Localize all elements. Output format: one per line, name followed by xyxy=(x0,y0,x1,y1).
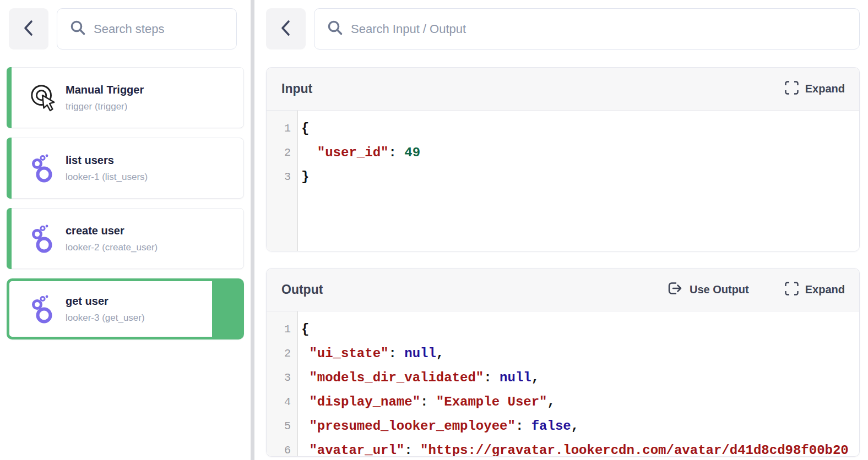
input-section-header: Input Expand xyxy=(267,68,859,111)
step-card-get-user[interactable]: get user looker-3 (get_user) xyxy=(7,278,244,339)
steps-panel: Manual Trigger trigger (trigger) list us… xyxy=(0,0,251,460)
manual-trigger-icon xyxy=(27,82,60,114)
chevron-left-icon xyxy=(279,20,292,38)
step-subtitle: looker-2 (create_user) xyxy=(66,242,243,253)
input-json-code: { "user_id": 49} xyxy=(298,111,859,251)
use-output-button[interactable]: Use Output xyxy=(666,280,749,300)
use-output-icon xyxy=(666,280,683,300)
search-io xyxy=(314,8,860,50)
panel-divider xyxy=(251,0,254,460)
input-section: Input Expand 123 { "user_id": 49} xyxy=(266,67,860,251)
selected-step-indicator xyxy=(212,281,241,337)
expand-icon xyxy=(784,281,799,299)
use-output-label: Use Output xyxy=(690,283,749,296)
step-status-strip xyxy=(7,138,12,199)
step-list: Manual Trigger trigger (trigger) list us… xyxy=(7,67,244,349)
section-title: Output xyxy=(281,282,323,297)
section-title: Input xyxy=(281,81,312,96)
step-card-create-user[interactable]: create user looker-2 (create_user) xyxy=(7,208,244,269)
step-subtitle: looker-1 (list_users) xyxy=(66,172,243,183)
output-json-code: { "ui_state": null, "models_dir_validate… xyxy=(298,311,859,456)
step-title: create user xyxy=(66,224,243,237)
io-panel: Input Expand 123 { "user_id": 49} Output xyxy=(254,0,868,460)
line-numbers: 123 xyxy=(267,111,298,251)
step-card-list-users[interactable]: list users looker-1 (list_users) xyxy=(7,138,244,199)
expand-button[interactable]: Expand xyxy=(784,80,845,98)
back-button[interactable] xyxy=(9,8,48,50)
output-section: Output Use Output xyxy=(266,268,860,457)
looker-icon xyxy=(27,295,60,324)
back-button[interactable] xyxy=(266,8,306,50)
expand-icon xyxy=(784,80,799,98)
step-status-strip xyxy=(7,208,12,269)
line-numbers: 123456 xyxy=(267,311,298,456)
search-io-input[interactable] xyxy=(314,8,860,50)
output-json-viewer[interactable]: 123456 { "ui_state": null, "models_dir_v… xyxy=(267,311,859,456)
search-steps xyxy=(57,8,237,50)
looker-icon xyxy=(27,154,60,183)
expand-label: Expand xyxy=(805,283,845,296)
input-json-editor[interactable]: 123 { "user_id": 49} xyxy=(267,111,859,251)
chevron-left-icon xyxy=(22,20,35,38)
output-section-header: Output Use Output xyxy=(267,269,859,311)
expand-button[interactable]: Expand xyxy=(784,281,845,299)
step-title: list users xyxy=(66,154,243,167)
search-icon xyxy=(327,20,344,39)
step-card-manual-trigger[interactable]: Manual Trigger trigger (trigger) xyxy=(7,67,244,128)
step-subtitle: trigger (trigger) xyxy=(66,101,243,112)
step-title: Manual Trigger xyxy=(66,84,243,96)
looker-icon xyxy=(27,224,60,253)
step-status-strip xyxy=(7,67,12,128)
search-icon xyxy=(70,20,86,39)
expand-label: Expand xyxy=(805,83,845,95)
